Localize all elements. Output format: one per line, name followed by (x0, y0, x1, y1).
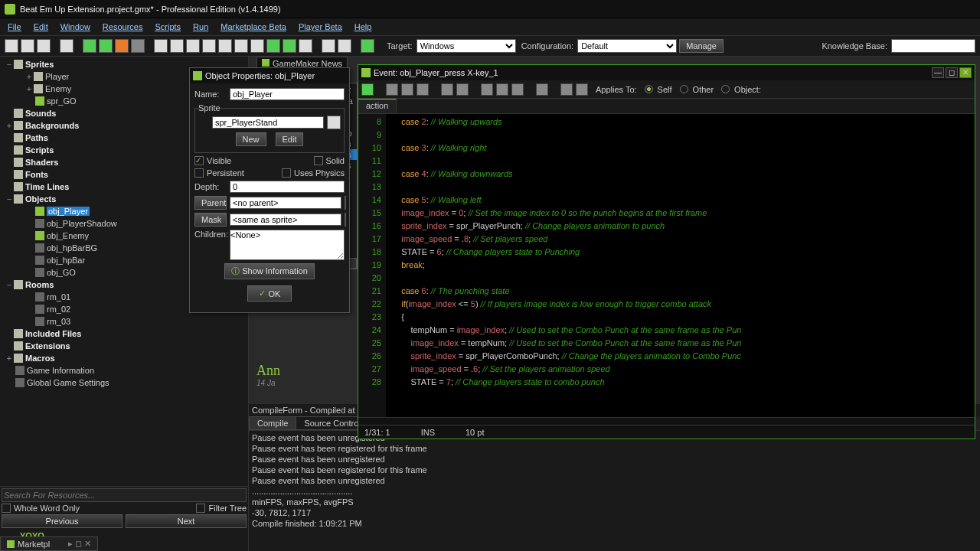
object-properties-window[interactable]: Object Properties: obj_Player Name: Spri… (189, 67, 350, 313)
debug-icon[interactable] (99, 39, 113, 53)
cut-icon[interactable] (481, 83, 493, 96)
sprite-browse-icon[interactable] (327, 116, 341, 129)
tb-icon[interactable] (338, 39, 351, 53)
tb-icon[interactable] (218, 39, 232, 53)
menu-scripts[interactable]: Scripts (150, 21, 185, 33)
tab-action[interactable]: action (358, 99, 397, 113)
depth-input[interactable] (230, 181, 345, 193)
tree-item[interactable]: rm_01 (47, 292, 70, 302)
open-icon[interactable] (21, 39, 34, 53)
tree-shaders[interactable]: Shaders (25, 158, 58, 167)
redo-icon[interactable] (456, 83, 469, 96)
solid-check[interactable] (314, 156, 323, 165)
tab-compile[interactable]: Compile (249, 416, 296, 430)
mask-button[interactable]: Mask (194, 213, 227, 227)
tree-item[interactable]: obj_hpBar (47, 256, 85, 265)
confirm-icon[interactable] (361, 83, 374, 96)
radio-self[interactable] (645, 85, 653, 93)
export-icon[interactable] (60, 39, 74, 53)
open-icon[interactable] (386, 83, 398, 96)
code-text[interactable]: case 2: // Walking upwards case 3: // Wa… (386, 114, 975, 417)
menu-marketplace[interactable]: Marketplace Beta (216, 21, 291, 33)
menu-window[interactable]: Window (56, 21, 95, 33)
tree-ggs[interactable]: Global Game Settings (27, 378, 109, 387)
tb-icon[interactable] (202, 39, 216, 53)
code-body[interactable]: 8910111213141516171819202122232425262728… (358, 114, 975, 417)
tb-icon[interactable] (250, 39, 264, 53)
menu-run[interactable]: Run (188, 21, 213, 33)
tree-item[interactable]: rm_02 (47, 305, 70, 314)
code-title[interactable]: Event: obj_Player_press X-key_1 — ◻ ✕ (358, 65, 975, 80)
menu-edit[interactable]: Edit (29, 21, 53, 33)
persistent-check[interactable] (194, 168, 204, 178)
marketplace-tab[interactable]: Marketpl ▸ ◻ ✕ (0, 536, 98, 551)
tree-backgrounds[interactable]: Backgrounds (25, 121, 79, 130)
children-list[interactable]: <None> (230, 230, 345, 260)
tree-gameinfo[interactable]: Game Information (27, 366, 94, 375)
physics-check[interactable] (282, 168, 291, 178)
ok-button[interactable]: ✓OK (247, 285, 292, 302)
parent-input[interactable] (230, 197, 341, 209)
sprite-input[interactable] (212, 116, 324, 129)
show-info-button[interactable]: ⓘ Show Information (224, 263, 315, 279)
tree-objects[interactable]: Objects (25, 194, 56, 204)
tb-icon[interactable] (283, 39, 296, 53)
target-select[interactable]: Windows (416, 39, 516, 53)
menu-help[interactable]: Help (350, 21, 377, 33)
whole-word-check[interactable] (2, 504, 11, 513)
new-sprite-button[interactable]: New (236, 132, 266, 146)
tree-item[interactable]: obj_PlayerShadow (47, 219, 117, 228)
tree-paths[interactable]: Paths (25, 133, 48, 142)
mask-browse-icon[interactable] (345, 213, 346, 227)
parent-browse-icon[interactable] (345, 196, 346, 210)
tree-sounds[interactable]: Sounds (25, 109, 56, 118)
tree-item-selected[interactable]: obj_Player (47, 207, 90, 216)
copy-icon[interactable] (496, 83, 508, 96)
tree-macros[interactable]: Macros (25, 354, 55, 363)
menu-file[interactable]: File (3, 21, 26, 33)
clean-icon[interactable] (131, 39, 145, 53)
stop-icon[interactable] (115, 39, 129, 53)
close-icon[interactable]: ✕ (959, 67, 972, 78)
tb-icon[interactable] (266, 39, 280, 53)
new-icon[interactable] (5, 39, 18, 53)
tree-item[interactable]: obj_Enemy (47, 231, 89, 240)
filter-tree-check[interactable] (196, 504, 205, 513)
maximize-icon[interactable]: ◻ (946, 67, 958, 78)
tb-icon[interactable] (154, 39, 168, 53)
save-icon[interactable] (37, 39, 51, 53)
edit-sprite-button[interactable]: Edit (276, 132, 304, 146)
manage-button[interactable]: Manage (679, 39, 724, 53)
prev-button[interactable]: Previous (2, 514, 122, 528)
tree-extensions[interactable]: Extensions (25, 341, 70, 350)
tree-item[interactable]: rm_03 (47, 317, 70, 326)
menu-resources[interactable]: Resources (98, 21, 148, 33)
obj-props-title[interactable]: Object Properties: obj_Player (190, 68, 349, 83)
parent-button[interactable]: Parent (194, 196, 227, 210)
config-select[interactable]: Default (577, 39, 677, 53)
tb-icon[interactable] (170, 39, 184, 53)
tb-icon[interactable] (322, 39, 335, 53)
tree-item[interactable]: obj_hpBarBG (47, 243, 97, 253)
tree-scripts[interactable]: Scripts (25, 145, 54, 155)
radio-other[interactable] (680, 85, 688, 93)
search-input[interactable] (2, 488, 247, 502)
tb-icon[interactable] (186, 39, 200, 53)
menu-player[interactable]: Player Beta (294, 21, 347, 33)
mask-input[interactable] (230, 214, 341, 226)
code-editor-window[interactable]: Event: obj_Player_press X-key_1 — ◻ ✕ (358, 64, 975, 439)
tree-item[interactable]: spr_GO (47, 96, 77, 106)
name-input[interactable] (230, 88, 345, 100)
tree-item[interactable]: Player (45, 72, 69, 81)
save-icon[interactable] (401, 83, 413, 96)
print-icon[interactable] (416, 83, 429, 96)
run-icon[interactable] (83, 39, 96, 53)
help-icon[interactable] (361, 39, 374, 53)
compile-log[interactable]: Pause event has been unregistered Pause … (249, 431, 980, 530)
find-icon[interactable] (536, 83, 548, 96)
snippet-icon[interactable] (560, 83, 573, 96)
minimize-icon[interactable]: — (932, 67, 944, 78)
next-button[interactable]: Next (126, 514, 247, 528)
snippet-icon[interactable] (576, 83, 588, 96)
tb-icon[interactable] (299, 39, 312, 53)
